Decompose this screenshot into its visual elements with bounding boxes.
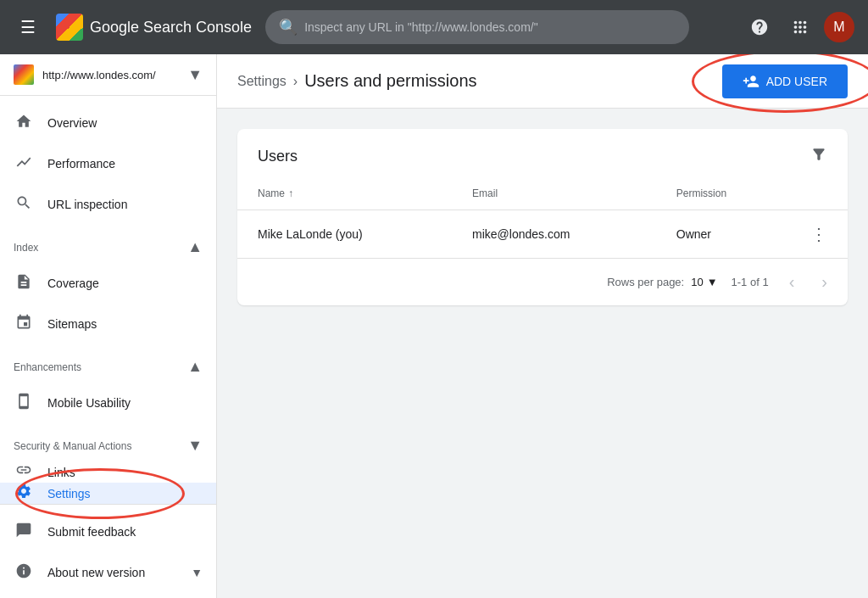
mobile-usability-label: Mobile Usability bbox=[47, 396, 131, 410]
feedback-icon bbox=[14, 522, 34, 543]
top-header: ☰ Google Search Console 🔍 M bbox=[0, 0, 868, 54]
users-card-header: Users bbox=[237, 129, 848, 177]
page-content: Users Name ↑ bbox=[217, 109, 868, 326]
sidebar-item-mobile-usability[interactable]: Mobile Usability bbox=[0, 383, 216, 423]
rows-per-page: Rows per page: 10 ▼ bbox=[607, 276, 717, 288]
col-name-header: Name ↑ bbox=[237, 177, 452, 210]
user-email: mike@londes.com bbox=[452, 210, 656, 259]
table-header-row: Name ↑ Email Permission bbox=[237, 177, 848, 210]
table-footer: Rows per page: 10 ▼ 1-1 of 1 ‹ › bbox=[237, 258, 848, 305]
sidebar: http://www.londes.com/ ▼ Overview Perfor… bbox=[0, 54, 217, 598]
index-section-header[interactable]: Index ▲ bbox=[0, 232, 216, 263]
rows-value: 10 bbox=[691, 276, 703, 288]
main-layout: http://www.londes.com/ ▼ Overview Perfor… bbox=[0, 54, 868, 598]
app-logo: Google Search Console bbox=[56, 14, 252, 41]
sidebar-item-performance[interactable]: Performance bbox=[0, 143, 216, 184]
pagination-info: 1-1 of 1 bbox=[732, 276, 769, 288]
mobile-icon bbox=[14, 393, 34, 414]
rows-dropdown-icon: ▼ bbox=[707, 276, 718, 288]
sidebar-bottom: Submit feedback About new version ▼ bbox=[0, 504, 216, 598]
table-row: Mike LaLonde (you) mike@londes.com Owner… bbox=[237, 210, 848, 259]
url-inspection-label: URL inspection bbox=[47, 198, 127, 211]
help-button[interactable] bbox=[743, 10, 776, 44]
col-actions-header bbox=[790, 177, 848, 210]
about-new-version-label: About new version bbox=[47, 566, 145, 579]
search-icon: 🔍 bbox=[279, 18, 298, 36]
more-options-icon[interactable]: ⋮ bbox=[810, 225, 827, 243]
dropdown-icon: ▼ bbox=[187, 66, 203, 84]
security-section-header[interactable]: Security & Manual Actions ▼ bbox=[0, 430, 216, 461]
settings-icon bbox=[14, 483, 34, 504]
sidebar-item-links[interactable]: Links bbox=[0, 461, 216, 483]
coverage-label: Coverage bbox=[47, 277, 99, 290]
index-section-title: Index bbox=[14, 242, 38, 254]
users-card: Users Name ↑ bbox=[237, 129, 848, 305]
security-expand-icon: ▼ bbox=[187, 437, 203, 455]
pagination-next-button[interactable]: › bbox=[815, 269, 834, 295]
sort-icon[interactable]: ↑ bbox=[288, 187, 293, 199]
sub-header: Settings › Users and permissions ADD USE… bbox=[217, 54, 868, 109]
enhancements-collapse-icon: ▲ bbox=[187, 358, 203, 376]
sidebar-item-sitemaps[interactable]: Sitemaps bbox=[0, 304, 216, 344]
avatar[interactable]: M bbox=[824, 12, 854, 42]
breadcrumb: Settings › Users and permissions bbox=[237, 71, 477, 91]
down-arrow-icon: ▼ bbox=[191, 566, 203, 579]
rows-per-page-select[interactable]: 10 ▼ bbox=[691, 276, 717, 288]
links-label: Links bbox=[47, 466, 75, 479]
site-url: http://www.londes.com/ bbox=[42, 69, 179, 81]
users-table: Name ↑ Email Permission Mike LaLonde (yo… bbox=[237, 177, 848, 258]
sidebar-item-submit-feedback[interactable]: Submit feedback bbox=[0, 511, 216, 552]
site-favicon bbox=[14, 64, 34, 85]
overview-label: Overview bbox=[47, 116, 97, 130]
nav-main: Overview Performance URL inspection bbox=[0, 96, 216, 225]
nav-enhancements: Enhancements ▲ Mobile Usability bbox=[0, 344, 216, 423]
page-title: Users and permissions bbox=[304, 71, 476, 91]
coverage-icon bbox=[14, 273, 34, 294]
logo-image bbox=[56, 14, 83, 41]
sidebar-item-url-inspection[interactable]: URL inspection bbox=[0, 184, 216, 225]
users-card-title: Users bbox=[258, 148, 298, 165]
user-permission: Owner bbox=[656, 210, 790, 259]
add-user-label: ADD USER bbox=[766, 75, 827, 88]
nav-index: Index ▲ Coverage Sitemaps bbox=[0, 225, 216, 344]
sidebar-item-coverage[interactable]: Coverage bbox=[0, 263, 216, 304]
col-permission-header: Permission bbox=[656, 177, 790, 210]
rows-per-page-label: Rows per page: bbox=[607, 276, 684, 288]
menu-icon[interactable]: ☰ bbox=[14, 10, 42, 44]
sitemaps-label: Sitemaps bbox=[47, 317, 97, 331]
site-selector[interactable]: http://www.londes.com/ ▼ bbox=[0, 54, 216, 96]
sidebar-item-settings[interactable]: Settings bbox=[0, 483, 216, 504]
home-icon bbox=[14, 113, 34, 134]
collapse-icon: ▲ bbox=[187, 238, 203, 256]
sidebar-item-overview[interactable]: Overview bbox=[0, 103, 216, 143]
search-bar[interactable]: 🔍 bbox=[265, 10, 689, 44]
header-right: M bbox=[743, 10, 854, 44]
content-area: Settings › Users and permissions ADD USE… bbox=[217, 54, 868, 598]
performance-icon bbox=[14, 154, 34, 175]
user-actions[interactable]: ⋮ bbox=[790, 210, 848, 259]
add-user-wrapper: ADD USER bbox=[722, 64, 848, 98]
logo-text: Google Search Console bbox=[90, 19, 252, 36]
enhancements-section-header[interactable]: Enhancements ▲ bbox=[0, 351, 216, 383]
enhancements-section-title: Enhancements bbox=[14, 361, 81, 373]
pagination-prev-button[interactable]: ‹ bbox=[782, 269, 802, 295]
apps-button[interactable] bbox=[783, 10, 817, 44]
add-user-button[interactable]: ADD USER bbox=[722, 64, 848, 98]
nav-security: Security & Manual Actions ▼ bbox=[0, 423, 216, 461]
search-icon bbox=[14, 194, 34, 215]
breadcrumb-separator: › bbox=[293, 74, 298, 89]
links-icon bbox=[14, 461, 34, 483]
settings-label: Settings bbox=[47, 487, 91, 500]
performance-label: Performance bbox=[47, 157, 115, 170]
submit-feedback-label: Submit feedback bbox=[47, 525, 136, 539]
filter-icon[interactable] bbox=[810, 146, 827, 167]
sitemaps-icon bbox=[14, 314, 34, 335]
col-email-header: Email bbox=[452, 177, 656, 210]
user-name: Mike LaLonde (you) bbox=[237, 210, 452, 259]
name-col-label: Name bbox=[258, 187, 285, 199]
search-input[interactable] bbox=[304, 20, 676, 34]
sidebar-item-about[interactable]: About new version ▼ bbox=[0, 552, 216, 593]
info-icon bbox=[14, 562, 34, 584]
security-section-title: Security & Manual Actions bbox=[14, 440, 131, 452]
breadcrumb-settings[interactable]: Settings bbox=[237, 74, 287, 89]
